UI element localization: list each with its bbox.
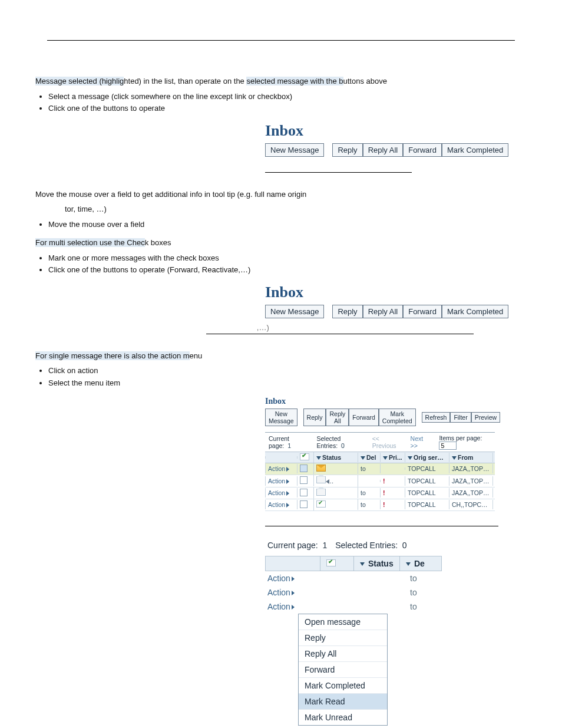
row-checkbox[interactable]: [300, 476, 308, 484]
para-3: Move the mouse over a field to get addit…: [35, 189, 527, 200]
action-menu: Open messageReplyReply AllForwardMark Co…: [298, 614, 388, 726]
bullet-item: Move the mouse over a field: [48, 219, 527, 230]
pri-cell: !: [381, 476, 405, 486]
pri-cell: !: [381, 488, 405, 498]
table-row[interactable]: Actionto: [265, 585, 442, 599]
mark-completed-button[interactable]: Mark Completed: [442, 305, 508, 318]
new-message-button[interactable]: New Message: [265, 409, 297, 426]
pri-cell: [381, 467, 405, 470]
filter-icon: [361, 456, 365, 460]
del-cell: to: [358, 464, 381, 473]
filter-icon: [406, 562, 411, 566]
orig-header[interactable]: Orig servi...: [405, 453, 449, 462]
table-row[interactable]: Actionto!TOPCALLCH,,TOPCALL: [265, 499, 495, 511]
reply-all-button[interactable]: Reply All: [363, 305, 404, 318]
del-cell: [358, 480, 381, 482]
selected-entries-value: 0: [402, 541, 407, 550]
status-header[interactable]: Status: [354, 556, 400, 571]
row-checkbox[interactable]: [300, 489, 308, 496]
pager: Current page: 1 Selected Entries: 0 << P…: [265, 433, 495, 452]
action-menu-item[interactable]: Mark Unread: [299, 710, 387, 725]
figure-1-caption: Screenshot 26: Reply buttons: [265, 160, 412, 173]
reply-all-button[interactable]: Reply All: [363, 143, 404, 157]
body-text-2: Move the mouse over a field to get addit…: [35, 189, 527, 275]
envelope-icon: [316, 465, 326, 472]
status-cell: unread message: [314, 475, 358, 487]
row-checkbox[interactable]: [300, 465, 308, 472]
action-menu-item[interactable]: Open message: [299, 614, 387, 630]
current-page-value: 1: [322, 541, 327, 550]
preview-button[interactable]: Preview: [471, 412, 500, 423]
action-link[interactable]: Action: [267, 574, 290, 583]
forward-button[interactable]: Forward: [403, 143, 442, 157]
selected-entries-value: 0: [341, 442, 345, 449]
envelope-icon: [316, 500, 326, 508]
message-list: Current page: 1 Selected Entries: 0 << P…: [265, 432, 495, 511]
body-text: Message selected (highlighted) in the li…: [35, 76, 527, 114]
para-1b: selected message with the buttons above: [246, 77, 387, 85]
table-row[interactable]: Actionto: [265, 571, 442, 585]
new-message-button[interactable]: New Message: [265, 143, 324, 157]
from-cell: JAZA,,TOPCALL: [449, 464, 493, 473]
envelope-icon: [316, 476, 326, 483]
status-header[interactable]: Status: [314, 453, 358, 462]
reply-all-button[interactable]: Reply All: [326, 409, 349, 426]
action-link[interactable]: Action: [268, 477, 285, 485]
from-header[interactable]: From: [449, 453, 493, 462]
reply-button[interactable]: Reply: [303, 409, 326, 426]
refresh-button[interactable]: Refresh: [422, 412, 451, 423]
action-link[interactable]: Action: [267, 602, 290, 611]
forward-button[interactable]: Forward: [403, 305, 442, 318]
para-5: For single message there is also the act…: [35, 351, 527, 361]
table-row[interactable]: Action unread message!TOPCALLJAZA,,TOPCA…: [265, 475, 495, 487]
row-checkbox[interactable]: [300, 500, 308, 508]
header-row: Status Del Pri... Orig servi... From: [265, 452, 495, 463]
table-row[interactable]: Actionto: [265, 599, 442, 614]
toolbar: New Message Reply Reply All Forward Mark…: [265, 143, 527, 157]
del-cell: to: [410, 602, 439, 611]
filter-icon: [452, 456, 457, 460]
forward-button[interactable]: Forward: [349, 409, 379, 426]
action-menu-item[interactable]: Mark Completed: [299, 678, 387, 694]
action-menu-item[interactable]: Forward: [299, 662, 387, 678]
del-cell: to: [410, 574, 439, 583]
new-message-button[interactable]: New Message: [265, 305, 324, 318]
toolbar: New Message Reply Reply All Forward Mark…: [265, 409, 495, 426]
page: Message selected (highlighted) in the li…: [0, 0, 562, 728]
caret-right-icon: [286, 491, 289, 496]
checkbox-header[interactable]: [320, 556, 354, 571]
caret-right-icon: [292, 591, 295, 595]
para-3b: tor, time, …): [65, 204, 527, 215]
checkbox-header[interactable]: [297, 452, 314, 463]
table-row[interactable]: ActiontoTOPCALLJAZA,,TOPCALL: [265, 463, 495, 475]
pager: Current page: 1 Selected Entries: 0: [265, 537, 442, 556]
action-menu-item[interactable]: Mark Read: [299, 694, 387, 710]
mark-completed-button[interactable]: Mark Completed: [379, 409, 416, 426]
filter-button[interactable]: Filter: [450, 412, 471, 423]
pri-header[interactable]: Pri...: [381, 453, 405, 462]
orig-cell: TOPCALL: [405, 476, 449, 486]
action-link[interactable]: Action: [268, 465, 285, 472]
filter-icon: [383, 456, 388, 460]
action-link[interactable]: Action: [268, 501, 285, 508]
bullets-3: Mark one or more messages with the check…: [35, 253, 527, 275]
next-link[interactable]: Next >>: [411, 435, 429, 449]
caret-right-icon: [286, 467, 289, 472]
action-link[interactable]: Action: [267, 588, 290, 597]
action-menu-item[interactable]: Reply All: [299, 646, 387, 662]
reply-button[interactable]: Reply: [332, 143, 362, 157]
del-header[interactable]: Del: [358, 453, 381, 462]
table-row[interactable]: Actionto!TOPCALLJAZA,,TOPCALL: [265, 487, 495, 499]
from-cell: CH,,TOPCALL: [449, 500, 493, 509]
action-menu-item[interactable]: Reply: [299, 630, 387, 646]
mark-completed-button[interactable]: Mark Completed: [442, 143, 508, 157]
previous-link: << Previous: [372, 435, 400, 449]
envelope-check-icon: [300, 453, 309, 460]
items-per-page-input[interactable]: [439, 442, 457, 450]
action-link[interactable]: Action: [268, 489, 285, 496]
header-rule: [47, 40, 515, 41]
de-header[interactable]: De: [400, 556, 442, 571]
reply-button[interactable]: Reply: [332, 305, 362, 318]
current-page-label: Current page:: [269, 435, 289, 449]
pri-cell: !: [381, 500, 405, 509]
